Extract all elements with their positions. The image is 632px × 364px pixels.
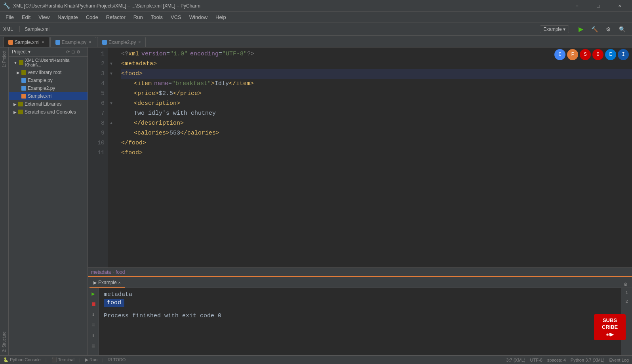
run-config-selector[interactable]: Example ▾ <box>540 25 569 33</box>
console-exit-message: Process finished with exit code 0 <box>104 313 616 319</box>
tab-sample-xml-close[interactable]: × <box>42 40 44 44</box>
xml-tab-icon <box>8 40 13 45</box>
tree-scratches[interactable]: ▶ Scratches and Consoles <box>9 108 88 116</box>
console-stop-btn[interactable]: ⏹ <box>90 300 97 308</box>
search-button[interactable]: 🔍 <box>616 25 629 34</box>
tab-example2-py-close[interactable]: × <box>138 40 141 44</box>
console-run-btn[interactable]: ▶ <box>91 290 95 298</box>
console-tab-example[interactable]: ▶ Example × <box>89 278 125 288</box>
pi-open: <? <box>121 49 128 59</box>
tree-external-libs-arrow: ▶ <box>13 102 17 106</box>
ln-1: 1 <box>91 49 105 59</box>
code-content[interactable]: <?xml version="1.0" encoding="UTF-8" ?> … <box>115 47 632 267</box>
tree-venv-icon <box>21 70 26 75</box>
tree-example-py-label: Example.py <box>28 78 53 83</box>
console-settings-icon[interactable]: ⚙ <box>624 281 627 288</box>
firefox-icon[interactable]: F <box>567 49 578 60</box>
console-scroll-up-btn[interactable]: ⬆ <box>91 332 95 340</box>
fold-icon-8[interactable]: ▲ <box>110 121 112 125</box>
breadcrumb-metadata[interactable]: metadata <box>91 269 111 275</box>
code-line-4: <item name="breakfast">Idly</item> <box>121 79 632 89</box>
close-button[interactable]: × <box>611 0 629 12</box>
tree-external-libs[interactable]: ▶ External Libraries <box>9 100 88 108</box>
opera-icon[interactable]: O <box>592 49 603 60</box>
run-button[interactable]: ▶ <box>575 25 586 34</box>
menu-file[interactable]: File <box>2 13 18 22</box>
status-terminal[interactable]: ⬛ Terminal <box>51 357 74 362</box>
subscribe-badge[interactable]: SUBS CRIBE e!▶ <box>594 314 626 340</box>
edge-icon[interactable]: E <box>605 49 616 60</box>
status-bar: 🐍 Python Console | ⬛ Terminal | ▶ Run | … <box>0 355 632 364</box>
safari-icon[interactable]: S <box>580 49 591 60</box>
console-wrap-btn[interactable]: ≡ <box>91 321 95 329</box>
tree-example2-py[interactable]: ▶ Example2.py <box>9 84 88 92</box>
toolbar-separator-1: | <box>18 26 22 33</box>
breadcrumb-bar: metadata › food <box>88 267 632 276</box>
console-output: metadata food Process finished with exit… <box>99 288 621 355</box>
tab-sample-xml[interactable]: Sample.xml × <box>3 37 49 47</box>
menu-edit[interactable]: Edit <box>18 13 34 22</box>
pi-close: ?> <box>247 49 254 59</box>
tab-example-py-close[interactable]: × <box>89 40 91 44</box>
sidebar-minimize-icon[interactable]: − <box>82 49 84 55</box>
pi-version-attr: version <box>141 49 166 59</box>
chrome-icon[interactable]: C <box>554 49 565 60</box>
tree-sample-xml[interactable]: ▶ Sample.xml <box>9 92 88 100</box>
tab-example2-py[interactable]: Example2.py × <box>97 37 146 47</box>
ln-3: 3 <box>91 69 105 79</box>
menu-tools[interactable]: Tools <box>147 13 167 22</box>
console-filter-btn[interactable]: ≣ <box>91 342 95 351</box>
status-line-col: 3:7 (XML) <box>506 358 525 362</box>
tab-sample-xml-label: Sample.xml <box>15 40 40 45</box>
fold-icon-3[interactable]: ▼ <box>110 72 112 76</box>
item-text: Idly <box>215 79 229 89</box>
ln-9: 9 <box>91 128 105 138</box>
menu-refactor[interactable]: Refactor <box>102 13 129 22</box>
code-line-2: <metadata> <box>121 59 632 69</box>
app-icon: 🔧 <box>3 2 10 9</box>
tree-example-py[interactable]: ▶ Example.py <box>9 76 88 84</box>
breadcrumb-food[interactable]: food <box>116 269 125 275</box>
status-todo[interactable]: ☑ TODO <box>108 357 126 362</box>
tree-xml-root[interactable]: ▼ XML C:\Users\Harshita Khatri\... <box>9 57 88 68</box>
calories-text: 553 <box>169 128 180 138</box>
run-config-label: Example ▾ <box>543 27 565 32</box>
sidebar-sync-icon[interactable]: ⟳ <box>66 49 70 55</box>
menu-code[interactable]: Code <box>82 13 102 22</box>
console-tab-close[interactable]: × <box>118 281 121 285</box>
sidebar-settings-icon[interactable]: ⚙ <box>76 49 80 55</box>
menu-help[interactable]: Help <box>211 13 230 22</box>
menu-view[interactable]: View <box>34 13 53 22</box>
tab-example-py[interactable]: Example.py × <box>50 37 97 47</box>
status-python-console[interactable]: 🐍 Python Console <box>3 357 41 362</box>
console-right-icon-1[interactable]: 1 <box>624 290 629 296</box>
tree-example-py-icon <box>21 78 26 83</box>
menu-window[interactable]: Window <box>185 13 211 22</box>
status-event-log[interactable]: Event Log <box>609 358 629 362</box>
fold-icon-6[interactable]: ▼ <box>110 101 112 106</box>
maximize-button[interactable]: □ <box>589 0 607 12</box>
ie-icon[interactable]: I <box>618 49 629 60</box>
sidebar-filter-icon[interactable]: ⊟ <box>71 49 75 55</box>
code-line-8: </description> <box>121 118 632 128</box>
tree-venv[interactable]: ▶ venv library root <box>9 68 88 76</box>
fold-icon-2[interactable]: ▼ <box>110 62 112 66</box>
minimize-button[interactable]: − <box>568 0 586 12</box>
menu-run[interactable]: Run <box>129 13 147 22</box>
tree-scratches-label: Scratches and Consoles <box>25 109 76 115</box>
console-scroll-down-btn[interactable]: ⬇ <box>91 311 95 319</box>
status-run[interactable]: ▶ Run <box>85 357 97 362</box>
settings-button[interactable]: ⚙ <box>603 25 614 34</box>
tree-sample-xml-icon <box>21 94 26 99</box>
ln-10: 10 <box>91 138 105 148</box>
code-editor[interactable]: 1 2 3 4 5 6 7 8 9 10 11 <box>88 47 632 276</box>
pi-tag: xml <box>128 49 139 59</box>
menu-vcs[interactable]: VCS <box>167 13 185 22</box>
menu-navigate[interactable]: Navigate <box>53 13 82 22</box>
subscribe-text-1: SUBS <box>599 317 621 324</box>
build-button[interactable]: 🔨 <box>588 25 601 34</box>
tree-xml-root-icon <box>19 60 24 65</box>
console-right-icon-2[interactable]: 2 <box>624 298 629 305</box>
tree-scratches-arrow: ▶ <box>13 110 17 114</box>
sidebar-project-label: Project ▾ <box>12 49 30 55</box>
